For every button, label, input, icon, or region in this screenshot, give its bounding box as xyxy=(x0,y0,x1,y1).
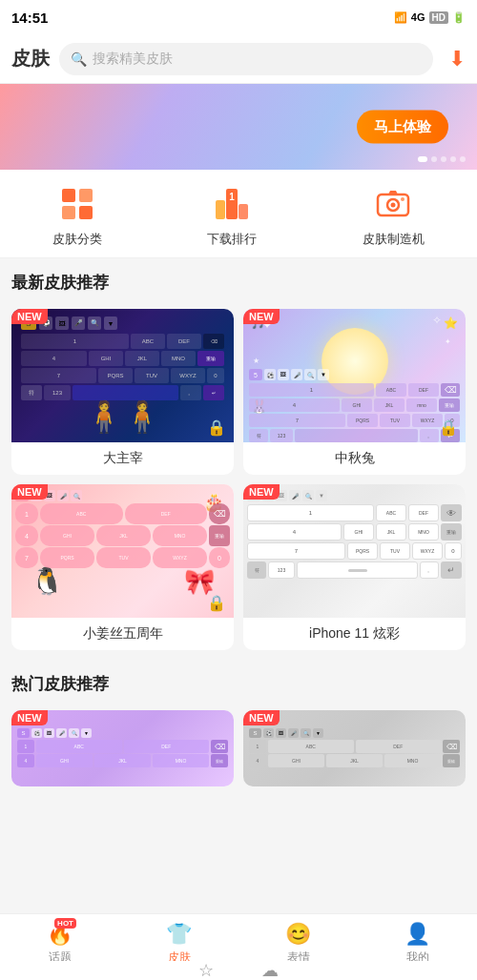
skin-card-2[interactable]: NEW ✦ ✧ ★ ✦ 🎵 ⭐ 🐰 5 xyxy=(243,309,466,475)
cat-rank-label: 下载排行 xyxy=(207,231,257,248)
skin3-keyboard: S ⚽ 🖼 🎤 🔍 1 ABC DEF ⌫ 4 GHI xyxy=(15,490,230,569)
skin-name-4: iPhone 11 炫彩 xyxy=(243,618,466,650)
hd-label: HD xyxy=(429,11,448,24)
banner-dots xyxy=(418,156,466,162)
status-bar: 14:51 📶 4G HD 🔋 xyxy=(0,0,477,34)
skin2-background: ✦ ✧ ★ ✦ 🎵 ⭐ 🐰 5 ⚽ 🖼 🎤 🔍 xyxy=(243,309,466,442)
svg-point-11 xyxy=(401,197,404,201)
download-icon[interactable]: ⬇ xyxy=(448,47,466,71)
cat-maker-label: 皮肤制造机 xyxy=(363,231,425,248)
sparkle-4: ✦ xyxy=(445,337,451,346)
dot-3 xyxy=(441,156,446,162)
skin2-keyboard: 5 ⚽ 🖼 🎤 🔍 ▼ 1 ABC DEF ⌫ 4 xyxy=(247,368,462,442)
dot-1 xyxy=(418,156,427,162)
search-icon: 🔍 xyxy=(71,51,87,67)
sparkle-3: ★ xyxy=(253,357,259,365)
skin4-keyboard: S ⚽ 🖼 🎤 🔍 ▼ 1 ABC DEF 👁 4 xyxy=(243,484,466,618)
hot-skins-title: 热门皮肤推荐 xyxy=(11,673,466,695)
new-skins-grid: NEW 🧍🧍 S ⚽ 🖼 🎤 🔍 ▼ xyxy=(0,309,477,660)
new-badge-4: NEW xyxy=(243,484,280,500)
cat-classify-label: 皮肤分类 xyxy=(52,231,102,248)
sparkle-2: ✧ xyxy=(432,314,442,327)
tab-topic-icon-wrapper: 🔥 HOT xyxy=(47,922,73,947)
camera-icon xyxy=(372,183,414,225)
hot-skins-grid: NEW S ⚽ 🖼 🎤 🔍 ▼ 1 ABC DEF xyxy=(0,710,477,796)
skin-card-3[interactable]: NEW 🐧 🎀 🎂 S ⚽ 🖼 🎤 🔍 1 xyxy=(11,484,234,650)
svg-rect-2 xyxy=(62,206,75,219)
svg-point-10 xyxy=(391,203,396,208)
tab-emoji-icon: 😊 xyxy=(285,922,311,947)
cat-rank[interactable]: 1 下载排行 xyxy=(207,183,257,248)
new-badge-1: NEW xyxy=(11,309,48,324)
skin-image-3: NEW 🐧 🎀 🎂 S ⚽ 🖼 🎤 🔍 1 xyxy=(11,484,234,618)
new-skins-section-header: 最新皮肤推荐 xyxy=(0,258,477,309)
tab-emoji[interactable]: 😊 表情 xyxy=(238,920,358,966)
hot-new-badge-1: NEW xyxy=(11,710,48,725)
hot-badge: HOT xyxy=(54,918,76,929)
hot-skin-card-1[interactable]: NEW S ⚽ 🖼 🎤 🔍 ▼ 1 ABC DEF xyxy=(11,710,234,786)
skin3-background: 🐧 🎀 🎂 S ⚽ 🖼 🎤 🔍 1 ABC DEF xyxy=(11,484,234,618)
new-skins-title: 最新皮肤推荐 xyxy=(11,272,466,294)
battery-icon: 🔋 xyxy=(452,11,466,24)
banner: 马上体验 xyxy=(0,84,477,170)
skin-card-4[interactable]: NEW S ⚽ 🖼 🎤 🔍 ▼ 1 ABC DEF 👁 xyxy=(243,484,466,650)
grid-icon xyxy=(56,183,98,225)
tab-skin-icon: 👕 xyxy=(166,922,192,947)
skin3-char2: 🎀 xyxy=(184,567,215,597)
skin1-background: 🧍🧍 S ⚽ 🖼 🎤 🔍 ▼ 1 ABC xyxy=(11,309,234,442)
hot-section-header: 热门皮肤推荐 xyxy=(0,660,477,710)
cat-maker[interactable]: 皮肤制造机 xyxy=(363,183,425,248)
signal-icon: 4G xyxy=(411,11,425,23)
hot-skin-image-2: NEW S ⚽ 🖼 🎤 🔍 ▼ 1 ABC DEF ⌫ xyxy=(243,710,466,786)
svg-text:1: 1 xyxy=(230,192,236,202)
page-title: 皮肤 xyxy=(11,46,50,71)
new-badge-2: NEW xyxy=(243,309,280,324)
search-placeholder: 搜索精美皮肤 xyxy=(93,51,173,68)
hot-skin1-keys: S ⚽ 🖼 🎤 🔍 ▼ 1 ABC DEF ⌫ 4 xyxy=(17,728,228,768)
dot-4 xyxy=(450,156,456,162)
skin-image-2: NEW ✦ ✧ ★ ✦ 🎵 ⭐ 🐰 5 xyxy=(243,309,466,442)
cat-classify[interactable]: 皮肤分类 xyxy=(52,183,102,248)
skin4-background: S ⚽ 🖼 🎤 🔍 ▼ 1 ABC DEF 👁 4 xyxy=(243,484,466,618)
rank-icon: 1 xyxy=(211,183,253,225)
tab-mine-icon: 👤 xyxy=(404,922,430,947)
skin3-char1: 🐧 xyxy=(31,565,64,597)
svg-rect-0 xyxy=(62,189,75,202)
hot-skin-card-2[interactable]: NEW S ⚽ 🖼 🎤 🔍 ▼ 1 ABC DEF ⌫ xyxy=(243,710,466,786)
tab-skin[interactable]: 👕 皮肤 xyxy=(119,920,238,966)
skin-name-3: 小姜丝五周年 xyxy=(11,618,234,650)
lock-icon-2: 🔒 xyxy=(439,419,458,437)
lock-icon-1: 🔒 xyxy=(207,419,226,437)
svg-rect-1 xyxy=(79,189,93,202)
status-left: 14:51 xyxy=(11,10,48,26)
status-time: 14:51 xyxy=(11,10,48,26)
hot-new-badge-2: NEW xyxy=(243,710,280,725)
skin-image-1: NEW 🧍🧍 S ⚽ 🖼 🎤 🔍 ▼ xyxy=(11,309,234,442)
lock-icon-3: 🔒 xyxy=(207,594,226,612)
skin2-emoji-star: ⭐ xyxy=(444,316,458,330)
tab-mine[interactable]: 👤 我的 xyxy=(358,920,477,966)
skin-name-1: 大主宰 xyxy=(11,442,234,475)
skin-card-1[interactable]: NEW 🧍🧍 S ⚽ 🖼 🎤 🔍 ▼ xyxy=(11,309,234,475)
tab-topic[interactable]: 🔥 HOT 话题 xyxy=(0,920,119,966)
wifi-icon: 📶 xyxy=(394,11,407,24)
status-right: 📶 4G HD 🔋 xyxy=(394,11,466,24)
new-badge-3: NEW xyxy=(11,484,48,500)
svg-rect-6 xyxy=(216,200,225,219)
dot-2 xyxy=(431,156,437,162)
cloud-icon[interactable]: ☁ xyxy=(261,960,279,980)
skin-image-4: NEW S ⚽ 🖼 🎤 🔍 ▼ 1 ABC DEF 👁 xyxy=(243,484,466,618)
hot-skin-image-1: NEW S ⚽ 🖼 🎤 🔍 ▼ 1 ABC DEF xyxy=(11,710,234,786)
dot-5 xyxy=(460,156,466,162)
hot-skin2-keys: S ⚽ 🖼 🎤 🔍 ▼ 1 ABC DEF ⌫ 4 xyxy=(249,728,460,768)
skin-name-2: 中秋兔 xyxy=(243,442,466,475)
svg-rect-7 xyxy=(238,204,248,219)
banner-button[interactable]: 马上体验 xyxy=(357,111,448,144)
skin1-keyboard: S ⚽ 🖼 🎤 🔍 ▼ 1 ABC DEF ⌫ xyxy=(17,315,228,442)
category-nav: 皮肤分类 1 下载排行 皮肤制造机 xyxy=(0,170,477,258)
search-bar[interactable]: 🔍 搜索精美皮肤 xyxy=(59,43,433,75)
app-header: 皮肤 🔍 搜索精美皮肤 ⬇ xyxy=(0,34,477,84)
bottom-nav-bar: ☆ ☁ xyxy=(0,961,477,980)
star-icon[interactable]: ☆ xyxy=(198,960,214,980)
svg-rect-3 xyxy=(79,206,93,219)
